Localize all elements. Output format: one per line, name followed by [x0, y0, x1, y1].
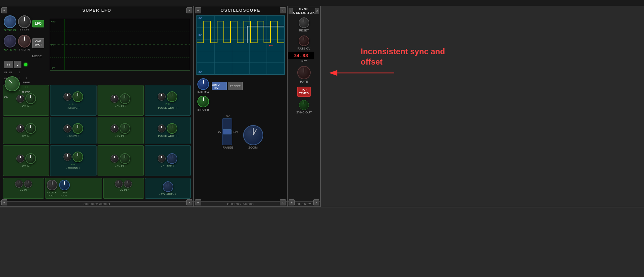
sync-reset-knob[interactable] [299, 17, 309, 28]
note-button-2[interactable]: ♩ [14, 61, 21, 68]
input-a-knob[interactable] [197, 78, 209, 90]
input-a-label: INPUT A [197, 91, 209, 94]
cv-in-4-knob-l[interactable] [111, 124, 119, 132]
range-slider[interactable] [222, 118, 232, 145]
cell-cv-in-3: - CV IN + [3, 117, 49, 144]
lfo-out-knob[interactable] [59, 180, 70, 190]
cv-in-3-knob-l[interactable] [16, 124, 24, 132]
cv-in-3-knob-r[interactable] [25, 123, 36, 134]
cell-clock-lfo-out: CLOCKOUT LFOOUT [45, 178, 102, 199]
cv-in-1-knob-l[interactable] [16, 95, 24, 103]
note-button-1[interactable]: ♪♪ [4, 61, 13, 68]
cv-in-bot-knob-l[interactable] [15, 180, 23, 188]
cv-in-4-knob-r[interactable] [120, 123, 130, 134]
cv-in-2-label: - CV IN + [115, 105, 126, 108]
pw2-knob-r[interactable] [167, 123, 177, 134]
zoom-label: ZOOM [249, 146, 258, 149]
cv-in-5-label: - CV IN + [21, 165, 32, 168]
round-knob-l[interactable] [63, 153, 71, 161]
cv-in-2-knob-r[interactable] [120, 93, 130, 104]
osc-corner-br[interactable]: × [280, 199, 286, 205]
scope-input-controls: INPUT A AUTO TRIG FREEZE INPUT B [194, 77, 287, 151]
reset-label: RESET [19, 29, 29, 32]
activity-led [24, 63, 27, 66]
cv-in-3-label: - CV IN + [21, 134, 32, 137]
pw1-knob-r[interactable] [167, 91, 177, 102]
cell-cv-in-bot2: - CV IN + [103, 178, 144, 199]
super-lfo-corner-tl[interactable]: + [1, 7, 7, 13]
cv-in-2-knob-l[interactable] [111, 95, 119, 103]
osc-corner-tr[interactable]: × [280, 7, 286, 13]
mode-label: MODE [32, 55, 42, 58]
trig-in-knob[interactable] [18, 35, 31, 48]
sync-corner-tl[interactable]: + [289, 8, 293, 14]
sync-rate-cv-knob[interactable] [299, 35, 309, 46]
input-b-knob[interactable] [197, 96, 209, 107]
cell-round: ⌐ ∼ - ROUND + [50, 145, 96, 176]
cv-in-6-knob-r[interactable] [120, 153, 130, 164]
shape-knob-l[interactable] [63, 93, 71, 101]
oscilloscope-module: + × OSCILLOSCOPE -5V [194, 6, 287, 207]
super-lfo-corner-tr[interactable]: × [186, 7, 192, 13]
cv-in-bot-knob-r[interactable] [24, 180, 32, 188]
sync-out-knob[interactable] [299, 100, 309, 110]
super-lfo-corner-bl[interactable]: + [1, 199, 7, 205]
osc-corner-tl[interactable]: + [195, 7, 201, 13]
input-b-label: INPUT B [197, 108, 209, 111]
cv-in-bot2-knob-r[interactable] [124, 180, 132, 188]
skew-knob-r[interactable] [72, 123, 83, 134]
shape-label: - SHAPE + [67, 106, 80, 109]
skew-label: - SKEW + [67, 134, 79, 137]
super-lfo-corner-br[interactable]: × [186, 199, 192, 205]
skew-knob-l[interactable] [63, 124, 71, 132]
zoom-knob[interactable] [243, 125, 263, 145]
sync-gen-title: SYNCGENERATOR [293, 7, 315, 15]
cv-in-5-knob-r[interactable] [25, 153, 36, 164]
phase-knob-l[interactable] [158, 155, 166, 163]
polarity-knob[interactable] [163, 181, 173, 192]
gate-in-knob[interactable] [4, 35, 16, 48]
lfo-button[interactable]: LFO [32, 20, 44, 27]
cv-in-bot2-knob-l[interactable] [115, 180, 123, 188]
pw2-label: - PULSE WIDTH + [157, 134, 179, 137]
tap-tempo-button[interactable]: TAPTEMPO [297, 87, 311, 97]
cv-in-4-label: - CV IN + [115, 134, 126, 137]
cell-pulse-width-1: ⊓⊔ - PULSE WIDTH + [145, 85, 191, 116]
rate-knob[interactable] [5, 76, 20, 91]
annotation-text: Inconsistent sync andoffset [361, 46, 445, 67]
phase-knob-r[interactable] [167, 153, 177, 164]
sync-rate-cv-label: RATE CV [298, 47, 310, 50]
sync-generator-module: + SYNCGENERATOR × RESET RATE CV 34.88 BP… [287, 6, 321, 207]
freeze-button[interactable]: FREEZE [228, 82, 243, 90]
shape-knob-r[interactable] [72, 91, 83, 102]
round-knob-r[interactable] [72, 152, 83, 162]
pw1-knob-l[interactable] [158, 93, 166, 101]
round-label: - ROUND + [66, 167, 80, 170]
cv-in-bot2-label: - CV IN + [118, 188, 129, 191]
oscilloscope-title: OSCILLOSCOPE [194, 6, 287, 14]
bpm-display: 34.88 [288, 52, 314, 59]
reset-knob[interactable] [18, 15, 31, 28]
cell-cv-in-5: - CV IN + [3, 145, 49, 176]
sync-corner-br[interactable]: × [313, 199, 319, 205]
cv-in-6-knob-l[interactable] [111, 155, 119, 163]
sync-in-knob[interactable] [4, 15, 16, 28]
cell-shape: ⌐∧∼ - SHAPE + [50, 85, 96, 116]
osc-corner-bl[interactable]: + [195, 199, 201, 205]
sync-rate-knob[interactable] [297, 66, 311, 79]
gate-in-label: GATE IN [4, 48, 16, 51]
cell-polarity: - POLARITY + [145, 178, 191, 199]
clock-out-knob[interactable] [47, 180, 57, 190]
sync-corner-bl[interactable]: + [289, 199, 295, 205]
pw2-knob-l[interactable] [158, 124, 166, 132]
auto-trig-button[interactable]: AUTO TRIG [212, 82, 227, 90]
cv-in-5-knob-l[interactable] [16, 155, 24, 163]
sync-corner-tr[interactable]: × [315, 8, 319, 14]
annotation-container: Inconsistent sync andoffset [361, 46, 445, 67]
cv-in-1-knob-r[interactable] [25, 93, 36, 104]
one-shot-button[interactable]: ONESHOT [32, 38, 44, 48]
top-bar [0, 0, 644, 6]
cell-skew: - SKEW + [50, 117, 96, 144]
cell-cv-in-6: - CV IN + [98, 145, 144, 176]
cv-in-6-label: - CV IN + [115, 165, 126, 168]
